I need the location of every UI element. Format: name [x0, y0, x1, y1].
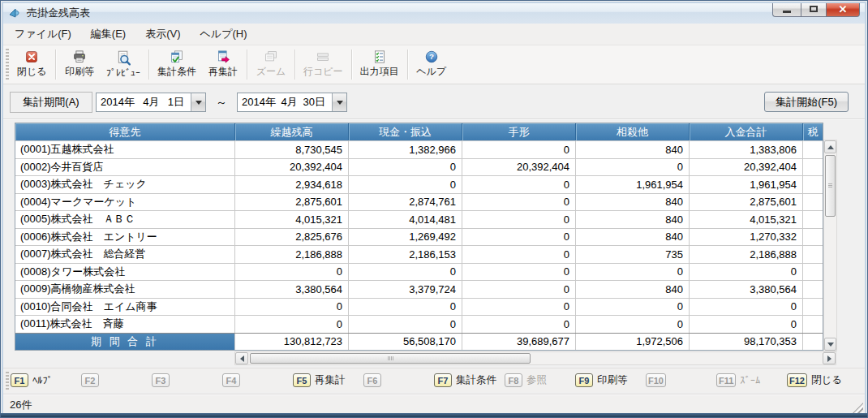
carryover-cell[interactable]: 2,934,618 [235, 176, 349, 193]
offset-cell[interactable]: 840 [576, 194, 690, 211]
carryover-cell[interactable]: 0 [235, 316, 349, 333]
carryover-cell[interactable]: 4,015,321 [235, 211, 349, 228]
scroll-down-button[interactable] [824, 338, 836, 351]
deposit-cell[interactable]: 1,270,332 [690, 229, 803, 246]
table-row[interactable]: (0006)株式会社 エントリー 2,825,676 1,269,492 0 8… [15, 228, 823, 246]
offset-cell[interactable]: 840 [576, 229, 690, 246]
customer-cell[interactable]: (0008)タワー株式会社 [15, 264, 235, 281]
carryover-cell[interactable]: 2,875,601 [235, 194, 349, 211]
close-button[interactable]: ✕ [826, 2, 860, 17]
customer-cell[interactable]: (0011)株式会社 斉藤 [15, 316, 235, 333]
carryover-cell[interactable]: 0 [235, 299, 349, 316]
table-row[interactable]: (0010)合同会社 エイム商事 0 0 0 0 0 [15, 298, 823, 316]
offset-cell[interactable]: 735 [576, 246, 690, 263]
vertical-scrollbar-track[interactable] [824, 217, 836, 338]
tax-cell[interactable] [803, 141, 823, 158]
bills-cell[interactable]: 20,392,404 [462, 159, 576, 176]
tax-cell[interactable] [803, 176, 823, 193]
customer-cell[interactable]: (0007)株式会社 総合経営 [15, 246, 235, 263]
toolbar-close-button[interactable]: 閉じる [11, 47, 52, 82]
carryover-cell[interactable]: 3,380,564 [235, 281, 349, 298]
cash-cell[interactable]: 0 [349, 316, 462, 333]
cash-cell[interactable]: 0 [349, 176, 462, 193]
tax-cell[interactable] [803, 281, 823, 298]
bills-cell[interactable]: 0 [462, 281, 576, 298]
table-row[interactable]: (0001)五越株式会社 8,730,545 1,382,966 0 840 1… [15, 140, 823, 158]
cash-cell[interactable]: 2,874,761 [349, 194, 462, 211]
menu-view[interactable]: 表示(V) [137, 24, 188, 45]
customer-cell[interactable]: (0002)今井百貨店 [15, 159, 235, 176]
bills-cell[interactable]: 0 [462, 176, 576, 193]
tax-cell[interactable] [803, 246, 823, 263]
menu-file[interactable]: ファイル(F) [6, 24, 79, 45]
customer-cell[interactable]: (0004)マークマーケット [15, 194, 235, 211]
deposit-cell[interactable]: 0 [690, 299, 803, 316]
offset-cell[interactable]: 0 [576, 299, 690, 316]
table-row[interactable]: (0004)マークマーケット 2,875,601 2,874,761 0 840… [15, 193, 823, 211]
bills-cell[interactable]: 0 [462, 211, 576, 228]
function-bar-grip[interactable] [6, 372, 9, 390]
horizontal-scrollbar-thumb[interactable] [250, 353, 531, 364]
resize-grip[interactable] [853, 403, 863, 413]
table-row[interactable]: (0005)株式会社 ＡＢＣ 4,015,321 4,014,481 0 840… [15, 210, 823, 228]
table-row[interactable]: (0007)株式会社 総合経営 2,186,888 2,186,153 0 73… [15, 245, 823, 263]
carryover-cell[interactable]: 2,186,888 [235, 246, 349, 263]
bills-cell[interactable]: 0 [462, 299, 576, 316]
menu-edit[interactable]: 編集(E) [83, 24, 134, 45]
offset-cell[interactable]: 0 [576, 316, 690, 333]
deposit-cell[interactable]: 3,380,564 [690, 281, 803, 298]
maximize-button[interactable] [801, 2, 826, 17]
customer-cell[interactable]: (0003)株式会社 チェック [15, 176, 235, 193]
tax-cell[interactable] [803, 211, 823, 228]
tax-cell[interactable] [803, 194, 823, 211]
period-to-dropdown-button[interactable] [332, 93, 346, 111]
offset-cell[interactable]: 840 [576, 281, 690, 298]
carryover-cell[interactable]: 20,392,404 [235, 159, 349, 176]
cash-cell[interactable]: 1,269,492 [349, 229, 462, 246]
offset-cell[interactable]: 1,961,954 [576, 176, 690, 193]
period-to-value[interactable]: 2014年 4月 30日 [238, 93, 332, 111]
bills-cell[interactable]: 0 [462, 229, 576, 246]
fkey-f12-close[interactable]: F12 閉じる [787, 373, 857, 387]
scroll-right-button[interactable] [823, 352, 836, 364]
period-from-combobox[interactable]: 2014年 4月 1日 [96, 93, 206, 112]
tax-cell[interactable] [803, 159, 823, 176]
cash-cell[interactable]: 2,186,153 [349, 246, 462, 263]
deposit-cell[interactable]: 2,186,888 [690, 246, 803, 263]
titlebar[interactable]: 売掛金残高表 ✕ [2, 2, 866, 24]
cash-cell[interactable]: 0 [349, 299, 462, 316]
cash-cell[interactable]: 1,382,966 [349, 141, 462, 158]
table-row[interactable]: (0009)高橋物産株式会社 3,380,564 3,379,724 0 840… [15, 280, 823, 298]
period-to-combobox[interactable]: 2014年 4月 30日 [237, 93, 347, 112]
toolbar-print-button[interactable]: 印刷等 [59, 47, 100, 82]
carryover-cell[interactable]: 2,825,676 [235, 229, 349, 246]
vertical-scrollbar[interactable] [823, 140, 837, 351]
period-from-value[interactable]: 2014年 4月 1日 [97, 93, 191, 111]
offset-cell[interactable]: 0 [576, 159, 690, 176]
fkey-f5-recalculate[interactable]: F5 再集計 [293, 373, 363, 387]
toolbar-help-button[interactable]: ? ヘルプ [411, 47, 452, 82]
horizontal-scrollbar[interactable] [234, 351, 836, 365]
bills-cell[interactable]: 0 [462, 194, 576, 211]
minimize-button[interactable] [772, 2, 801, 17]
deposit-cell[interactable]: 0 [690, 264, 803, 281]
cash-cell[interactable]: 4,014,481 [349, 211, 462, 228]
deposit-cell[interactable]: 1,383,806 [690, 141, 803, 158]
deposit-cell[interactable]: 2,875,601 [690, 194, 803, 211]
customer-cell[interactable]: (0001)五越株式会社 [15, 141, 235, 158]
offset-cell[interactable]: 840 [576, 141, 690, 158]
tax-cell[interactable] [803, 316, 823, 333]
table-row[interactable]: (0011)株式会社 斉藤 0 0 0 0 0 [15, 315, 823, 333]
carryover-cell[interactable]: 8,730,545 [235, 141, 349, 158]
period-from-dropdown-button[interactable] [191, 93, 205, 111]
customer-cell[interactable]: (0006)株式会社 エントリー [15, 229, 235, 246]
horizontal-scrollbar-track[interactable] [531, 352, 823, 364]
table-row[interactable]: (0002)今井百貨店 20,392,404 0 20,392,404 0 20… [15, 158, 823, 176]
menu-help[interactable]: ヘルプ(H) [192, 24, 256, 45]
deposit-cell[interactable]: 0 [690, 316, 803, 333]
customer-cell[interactable]: (0010)合同会社 エイム商事 [15, 299, 235, 316]
bills-cell[interactable]: 0 [462, 246, 576, 263]
deposit-cell[interactable]: 4,015,321 [690, 211, 803, 228]
tax-cell[interactable] [803, 299, 823, 316]
deposit-cell[interactable]: 1,961,954 [690, 176, 803, 193]
